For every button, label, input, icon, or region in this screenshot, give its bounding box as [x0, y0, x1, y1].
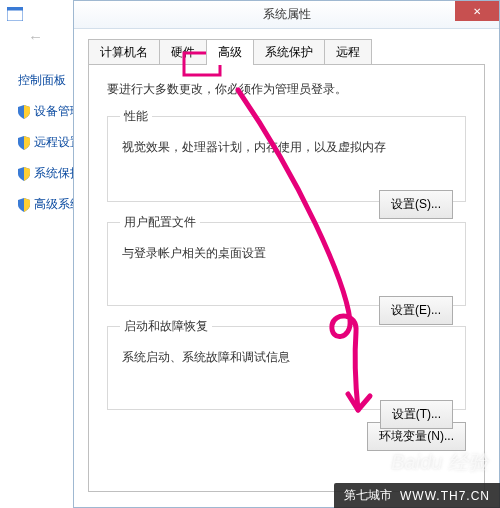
back-arrow-icon: ← — [28, 28, 43, 45]
user-profile-desc: 与登录帐户相关的桌面设置 — [122, 245, 453, 262]
svg-rect-1 — [7, 10, 23, 21]
user-profile-legend: 用户配置文件 — [120, 214, 200, 231]
dialog-title: 系统属性 — [263, 6, 311, 23]
admin-intro-text: 要进行大多数更改，你必须作为管理员登录。 — [107, 81, 466, 98]
performance-desc: 视觉效果，处理器计划，内存使用，以及虚拟内存 — [122, 139, 453, 156]
performance-group: 性能 视觉效果，处理器计划，内存使用，以及虚拟内存 设置(S)... — [107, 108, 466, 202]
startup-recovery-group: 启动和故障恢复 系统启动、系统故障和调试信息 设置(T)... — [107, 318, 466, 410]
tab-advanced[interactable]: 高级 — [206, 39, 254, 65]
tab-hardware[interactable]: 硬件 — [159, 39, 207, 65]
tab-computer-name[interactable]: 计算机名 — [88, 39, 160, 65]
performance-legend: 性能 — [120, 108, 152, 125]
tab-protection[interactable]: 系统保护 — [253, 39, 325, 65]
user-profile-group: 用户配置文件 与登录帐户相关的桌面设置 设置(E)... — [107, 214, 466, 306]
tabs-row: 计算机名 硬件 高级 系统保护 远程 — [88, 39, 485, 65]
startup-recovery-legend: 启动和故障恢复 — [120, 318, 212, 335]
system-properties-dialog: 系统属性 计算机名 硬件 高级 系统保护 远程 要进行大多数更改，你必须作为管理… — [73, 0, 500, 508]
close-icon[interactable] — [455, 1, 499, 21]
startup-recovery-desc: 系统启动、系统故障和调试信息 — [122, 349, 453, 366]
startup-recovery-settings-button[interactable]: 设置(T)... — [380, 400, 453, 429]
tab-remote[interactable]: 远程 — [324, 39, 372, 65]
